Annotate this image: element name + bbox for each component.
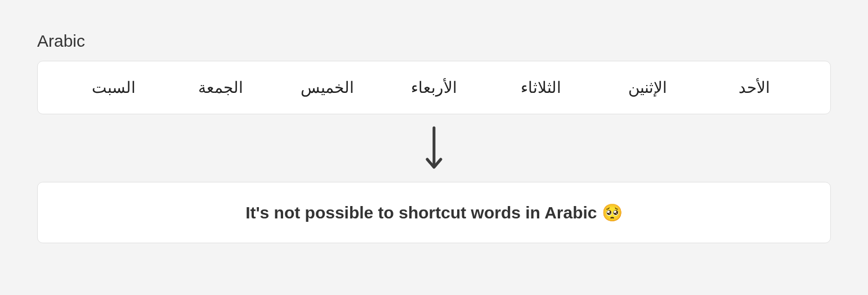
day-label: الجمعة [167,78,274,97]
day-label: الأحد [701,78,808,97]
section-title: Arabic [37,32,831,51]
days-row-card: الأحد الإثنين الثلاثاء الأربعاء الخميس ا… [37,61,831,114]
day-label: الخميس [274,78,381,97]
arrow-down-icon [423,126,445,172]
message-text: It's not possible to shortcut words in A… [49,203,819,222]
arrow-container [37,114,831,182]
day-label: الثلاثاء [487,78,594,97]
message-card: It's not possible to shortcut words in A… [37,182,831,243]
day-label: السبت [60,78,167,97]
day-label: الأربعاء [381,78,487,97]
day-label: الإثنين [594,78,701,97]
